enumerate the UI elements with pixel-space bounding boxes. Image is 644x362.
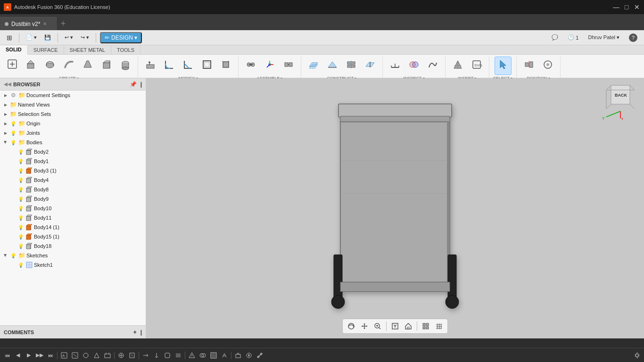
maximize-button[interactable]: □ [623, 4, 630, 10]
tree-item-origin[interactable]: ▶ 💡 📁 Origin [0, 119, 146, 128]
pan-button[interactable] [359, 321, 370, 332]
comments-expand-icon[interactable]: + [133, 329, 137, 336]
shell-button[interactable] [198, 58, 215, 74]
bottom-icon-13[interactable] [198, 350, 208, 361]
bottom-icon-3[interactable] [81, 350, 91, 361]
viewcube[interactable]: x y BACK [602, 83, 639, 121]
settings-gear-button[interactable] [632, 350, 642, 361]
browser-collapse-icon[interactable]: | [140, 81, 142, 88]
scale-button[interactable] [217, 58, 234, 74]
angle-plane-button[interactable] [324, 58, 341, 74]
box-button[interactable] [98, 58, 115, 74]
press-pull-button[interactable] [142, 58, 159, 74]
cylinder-button[interactable] [117, 58, 134, 74]
bottom-icon-10[interactable] [162, 350, 173, 361]
tree-item-sketches[interactable]: ▶ 💡 📁 Sketches [0, 251, 146, 260]
extrude-button[interactable] [23, 58, 40, 74]
midplane-button[interactable] [343, 58, 360, 74]
revolve-button[interactable] [41, 58, 58, 74]
comments-pin-icon[interactable]: | [140, 329, 142, 336]
bottom-icon-17[interactable] [244, 350, 254, 361]
tree-item-body11[interactable]: ▶ 💡 Body11 [0, 213, 146, 222]
new-component-button[interactable] [4, 57, 21, 74]
tree-arrow-document-settings[interactable]: ▶ [2, 91, 9, 99]
interference-button[interactable] [405, 58, 422, 74]
save-button[interactable]: 💾 [41, 33, 54, 42]
tab-tools[interactable]: TOOLS [111, 45, 140, 54]
insert-mesh-button[interactable] [449, 58, 466, 74]
tree-item-body14[interactable]: ▶ 💡 Body14 (1) [0, 222, 146, 232]
bottom-icon-2[interactable] [70, 350, 80, 361]
fillet-button[interactable] [161, 58, 178, 74]
bottom-icon-1[interactable]: A [59, 350, 69, 361]
play-button[interactable]: ▶ [24, 350, 34, 361]
bottom-icon-9[interactable] [151, 350, 162, 361]
bottom-icon-18[interactable] [255, 350, 265, 361]
tab-sheet-metal[interactable]: SHEET METAL [64, 45, 111, 54]
tree-item-bodies[interactable]: ▶ 💡 📁 Bodies [0, 138, 146, 147]
tree-item-sketch1[interactable]: ▶ 💡 Sketch1 [0, 260, 146, 270]
select-button[interactable] [495, 57, 512, 75]
joint-origin-button[interactable] [261, 58, 278, 74]
new-joint-button[interactable] [242, 58, 259, 74]
view-options2-button[interactable] [433, 321, 445, 332]
tree-item-body2[interactable]: ▶ 💡 Body2 [0, 147, 146, 156]
chat-button[interactable]: 💬 [549, 33, 561, 42]
file-button[interactable]: 📄▾ [23, 33, 40, 42]
help-button[interactable]: ? [626, 32, 640, 43]
design-workspace-button[interactable]: ✏ DESIGN ▾ [100, 32, 142, 43]
grid-button[interactable]: ⊞ [4, 33, 15, 43]
play-prev-button[interactable]: ◀ [13, 350, 23, 361]
offset-plane-button[interactable] [305, 58, 322, 74]
tree-item-body8[interactable]: ▶ 💡 Body8 [0, 185, 146, 194]
user-button[interactable]: Dhruv Patel ▾ [585, 33, 622, 42]
orbit-button[interactable] [346, 321, 357, 332]
tree-item-selection-sets[interactable]: ▶ 📁 Selection Sets [0, 109, 146, 119]
plane-through-button[interactable] [362, 58, 379, 74]
minimize-button[interactable]: — [613, 4, 619, 10]
tree-item-named-views[interactable]: ▶ 📁 Named Views [0, 100, 146, 109]
comments-panel[interactable]: COMMENTS + | [0, 325, 146, 338]
tab-solid[interactable]: SOLID [0, 45, 28, 55]
history-button[interactable]: 🕐 1 [565, 33, 581, 42]
view-options1-button[interactable] [420, 321, 431, 332]
tree-item-body18[interactable]: ▶ 💡 Body18 [0, 241, 146, 251]
bottom-icon-7[interactable] [127, 350, 137, 361]
curvature-button[interactable] [424, 58, 441, 74]
zoom-button[interactable] [372, 321, 383, 332]
bottom-icon-15[interactable] [219, 350, 230, 361]
sweep-button[interactable] [60, 58, 77, 74]
measure-button[interactable] [387, 58, 404, 74]
close-button[interactable]: ✕ [634, 4, 640, 10]
tab-add-button[interactable]: + [57, 17, 70, 30]
bottom-icon-12[interactable] [187, 350, 197, 361]
play-next-button[interactable]: ▶▶ [34, 350, 45, 361]
capture-position-button[interactable] [539, 58, 556, 74]
tree-arrow-origin[interactable]: ▶ [2, 120, 9, 127]
tree-item-body3[interactable]: ▶ 💡 Body3 (1) [0, 166, 146, 175]
align-button[interactable] [520, 58, 537, 74]
tree-item-body10[interactable]: ▶ 💡 Body10 [0, 204, 146, 213]
tree-arrow-named-views[interactable]: ▶ [2, 101, 9, 108]
tree-arrow-sketches[interactable]: ▶ [2, 252, 9, 259]
home-button[interactable] [403, 321, 414, 332]
browser-pin-icon[interactable]: 📌 [130, 81, 137, 88]
tree-arrow-joints[interactable]: ▶ [2, 129, 9, 137]
rigid-group-button[interactable] [280, 58, 297, 74]
bottom-icon-4[interactable] [91, 350, 102, 361]
bottom-icon-6[interactable] [116, 350, 126, 361]
bottom-icon-11[interactable] [173, 350, 183, 361]
chamfer-button[interactable] [180, 58, 197, 74]
play-end-button[interactable]: ⏭ [45, 350, 56, 361]
tree-item-body1[interactable]: ▶ 💡 Body1 [0, 156, 146, 166]
tree-item-body9[interactable]: ▶ 💡 Body9 [0, 194, 146, 204]
play-start-button[interactable]: ⏮ [2, 350, 12, 361]
tab-close-icon[interactable]: ✕ [43, 21, 47, 26]
insert-svg-button[interactable]: SVG [468, 58, 485, 74]
tree-item-document-settings[interactable]: ▶ ⚙ 📁 Document Settings [0, 90, 146, 100]
tree-item-joints[interactable]: ▶ 💡 📁 Joints [0, 128, 146, 138]
tab-surface[interactable]: SURFACE [28, 45, 64, 54]
tree-arrow-selection-sets[interactable]: ▶ [2, 110, 9, 118]
bottom-icon-8[interactable] [140, 350, 151, 361]
tab-active[interactable]: Dustbin v2* ✕ [0, 17, 57, 30]
